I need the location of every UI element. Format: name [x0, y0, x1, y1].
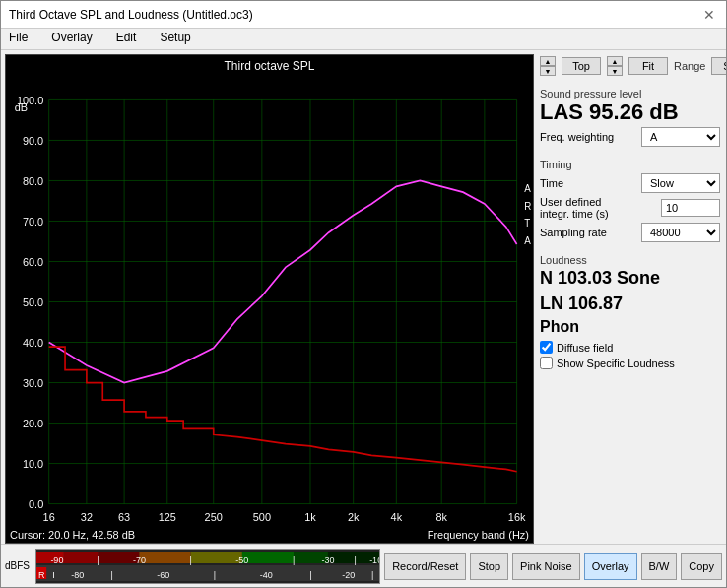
svg-text:4k: 4k: [391, 511, 403, 523]
svg-text:70.0: 70.0: [23, 216, 43, 228]
integr-row: User definedintegr. time (s): [540, 196, 720, 220]
svg-text:-60: -60: [157, 570, 169, 580]
level-bottom-svg: R I -80 | -60 | -40 | -20 |: [36, 565, 379, 581]
loudness-phon-label: Phon: [540, 316, 720, 338]
freq-weighting-label: Freq. weighting: [540, 131, 614, 143]
svg-text:R: R: [38, 570, 45, 580]
svg-text:16k: 16k: [508, 511, 526, 523]
diffuse-field-row: Diffuse field: [540, 341, 720, 354]
svg-text:R: R: [524, 200, 531, 211]
freq-weighting-dropdown[interactable]: A B C: [641, 127, 720, 147]
side-panel: ▲ ▼ Top ▲ ▼ Fit Range Set Sound pressure…: [534, 50, 726, 544]
svg-text:I: I: [52, 570, 55, 580]
svg-text:500: 500: [253, 511, 271, 523]
menu-setup[interactable]: Setup: [156, 31, 194, 47]
svg-text:63: 63: [118, 511, 130, 523]
bottom-bar: dBFS -90 | -70 |: [1, 544, 726, 587]
svg-text:-50: -50: [235, 555, 248, 565]
svg-text:|: |: [98, 555, 99, 565]
svg-text:50.0: 50.0: [23, 296, 43, 308]
show-specific-row: Show Specific Loudness: [540, 357, 720, 369]
svg-text:dB: dB: [15, 101, 28, 113]
window-title: Third Octave SPL and Loudness (Untitled.…: [9, 8, 253, 22]
loudness-ln-value: LN 106.87: [540, 292, 720, 316]
set-button[interactable]: Set: [711, 57, 726, 75]
svg-text:|: |: [190, 555, 192, 565]
chart-container: 100.0 90.0 80.0 70.0 60.0 50.0 40.0 30.0…: [6, 77, 533, 527]
menu-overlay[interactable]: Overlay: [47, 31, 96, 47]
sampling-dropdown[interactable]: 48000 44100 96000: [641, 223, 720, 242]
svg-text:90.0: 90.0: [23, 135, 43, 147]
chart-title: Third octave SPL: [6, 55, 533, 77]
fit-spinner: ▲ ▼: [607, 56, 623, 76]
svg-text:32: 32: [81, 511, 93, 523]
copy-button[interactable]: Copy: [681, 553, 722, 580]
top-button[interactable]: Top: [562, 57, 601, 75]
svg-text:-80: -80: [71, 570, 84, 580]
freq-label: Frequency band (Hz): [428, 529, 529, 541]
spl-section: Sound pressure level LAS 95.26 dB Freq. …: [540, 84, 720, 147]
bw-button[interactable]: B/W: [641, 553, 678, 580]
svg-rect-56: [242, 552, 294, 563]
svg-text:10.0: 10.0: [23, 458, 43, 470]
spl-value: LAS 95.26 dB: [540, 99, 720, 125]
svg-text:60.0: 60.0: [23, 256, 43, 268]
sampling-row: Sampling rate 48000 44100 96000: [540, 223, 720, 242]
svg-text:|: |: [110, 570, 112, 580]
range-label: Range: [674, 60, 705, 72]
time-dropdown[interactable]: Slow Fast Impulse: [641, 173, 720, 193]
chart-bottom: Cursor: 20.0 Hz, 42.58 dB Frequency band…: [6, 527, 533, 543]
main-window: Third Octave SPL and Loudness (Untitled.…: [0, 0, 727, 588]
svg-text:125: 125: [159, 511, 176, 523]
svg-rect-54: [139, 552, 190, 563]
close-button[interactable]: ✕: [700, 6, 718, 24]
show-specific-checkbox[interactable]: [540, 357, 553, 369]
sampling-label: Sampling rate: [540, 227, 607, 238]
chart-svg: 100.0 90.0 80.0 70.0 60.0 50.0 40.0 30.0…: [6, 77, 533, 527]
fit-up-btn[interactable]: ▲: [607, 56, 623, 66]
fit-down-btn[interactable]: ▼: [607, 66, 623, 76]
overlay-button[interactable]: Overlay: [584, 553, 637, 580]
pink-noise-button[interactable]: Pink Noise: [512, 553, 580, 580]
svg-text:A: A: [524, 235, 531, 246]
level-top-svg: -90 | -70 | -50 | -30 | -10: [36, 550, 379, 565]
time-label: Time: [540, 177, 563, 189]
integr-label: User definedintegr. time (s): [540, 196, 609, 220]
svg-text:20.0: 20.0: [23, 418, 43, 429]
svg-text:-70: -70: [133, 555, 146, 565]
svg-text:|: |: [355, 555, 357, 565]
timing-section: Timing Time Slow Fast Impulse User defin…: [540, 155, 720, 242]
diffuse-field-checkbox[interactable]: [540, 341, 553, 354]
timing-section-label: Timing: [540, 159, 720, 170]
svg-text:|: |: [214, 570, 216, 580]
svg-text:2k: 2k: [348, 511, 360, 523]
diffuse-field-label: Diffuse field: [557, 342, 613, 354]
svg-text:-40: -40: [260, 570, 273, 580]
svg-text:-90: -90: [50, 555, 63, 565]
svg-text:250: 250: [205, 511, 223, 523]
level-meter: -90 | -70 | -50 | -30 | -10 R I: [35, 549, 380, 584]
time-row: Time Slow Fast Impulse: [540, 173, 720, 193]
loudness-section: Loudness N 103.03 Sone LN 106.87 Phon Di…: [540, 250, 720, 369]
svg-text:|: |: [293, 555, 295, 565]
record-reset-button[interactable]: Record/Reset: [384, 553, 466, 580]
loudness-section-label: Loudness: [540, 254, 720, 266]
controls-row: ▲ ▼ Top ▲ ▼ Fit Range Set: [540, 56, 720, 76]
loudness-n-value: N 103.03 Sone: [540, 266, 720, 291]
svg-text:80.0: 80.0: [23, 175, 43, 187]
svg-text:-10: -10: [369, 555, 379, 565]
svg-text:|: |: [371, 570, 373, 580]
svg-text:-30: -30: [321, 555, 334, 565]
svg-rect-52: [64, 552, 99, 563]
stop-button[interactable]: Stop: [470, 553, 508, 580]
svg-text:A: A: [524, 183, 531, 194]
menu-edit[interactable]: Edit: [112, 31, 141, 47]
fit-button[interactable]: Fit: [628, 57, 668, 75]
svg-text:8k: 8k: [435, 511, 447, 523]
dbfs-label: dBFS: [5, 560, 30, 571]
integr-input[interactable]: [661, 199, 720, 217]
top-up-btn[interactable]: ▲: [540, 56, 556, 66]
top-down-btn[interactable]: ▼: [540, 66, 556, 76]
menu-file[interactable]: File: [5, 31, 32, 47]
svg-text:30.0: 30.0: [23, 377, 43, 389]
